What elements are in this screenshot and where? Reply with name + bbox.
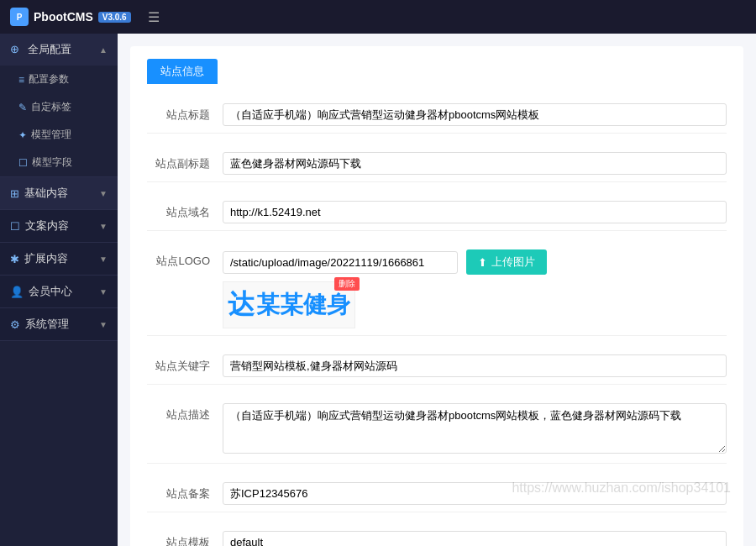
value-keywords xyxy=(223,354,727,377)
value-template xyxy=(223,531,727,546)
sidebar-item-tags[interactable]: ✎ 自定标签 xyxy=(0,93,118,121)
sidebar-tags-label: 自定标签 xyxy=(31,100,71,114)
row-site-domain: 站点域名 xyxy=(147,194,727,231)
basic-arrow: ▼ xyxy=(99,189,108,198)
sidebar-section-ext: ✱ 扩展内容 ▼ xyxy=(0,243,118,276)
sidebar-header-global[interactable]: ⊕ 全局配置 ▲ xyxy=(0,34,118,66)
value-site-logo: ⬆ 上传图片 达 某某健身 删除 xyxy=(223,249,727,328)
sidebar-ext-label: 扩展内容 xyxy=(24,251,68,266)
value-site-domain xyxy=(223,201,727,223)
sidebar-section-member: 👤 会员中心 ▼ xyxy=(0,276,118,308)
label-keywords: 站点关键字 xyxy=(147,354,223,374)
fields-icon: ☐ xyxy=(18,157,28,169)
input-logo-path[interactable] xyxy=(223,251,458,274)
sidebar-model-label: 模型管理 xyxy=(31,128,71,142)
value-site-subtitle xyxy=(223,152,727,175)
label-site-domain: 站点域名 xyxy=(147,201,223,220)
content-inner: 站点信息 站点标题 站点副标题 站点域名 xyxy=(130,46,743,546)
input-icp[interactable] xyxy=(223,482,727,505)
tab-site-info[interactable]: 站点信息 xyxy=(147,59,218,84)
sidebar-ext-header[interactable]: ✱ 扩展内容 ▼ xyxy=(0,243,118,275)
menu-icon[interactable]: ☰ xyxy=(148,9,160,25)
value-icp xyxy=(223,482,727,505)
sys-arrow: ▼ xyxy=(99,320,108,329)
member-arrow: ▼ xyxy=(99,287,108,297)
sidebar-member-header[interactable]: 👤 会员中心 ▼ xyxy=(0,276,118,307)
sidebar-fields-label: 模型字段 xyxy=(32,155,72,170)
textarea-description[interactable] xyxy=(223,403,727,454)
sidebar-config-label: 配置参数 xyxy=(29,72,69,87)
sidebar-item-model[interactable]: ✦ 模型管理 xyxy=(0,121,118,149)
sidebar-section-basic: ⊞ 基础内容 ▼ xyxy=(0,177,118,210)
tags-icon: ✎ xyxy=(18,102,27,113)
logo-char-icon: 达 xyxy=(228,286,255,323)
ext-arrow: ▼ xyxy=(99,255,108,264)
row-description: 站点描述 xyxy=(147,396,727,464)
logo: P PbootCMS V3.0.6 xyxy=(10,8,131,26)
sidebar-basic-label: 基础内容 xyxy=(24,186,68,201)
doc-arrow: ▼ xyxy=(99,222,108,231)
input-site-subtitle[interactable] xyxy=(223,152,727,175)
label-site-logo: 站点LOGO xyxy=(147,249,223,269)
doc-icon: ☐ xyxy=(10,220,20,233)
upload-btn-label: 上传图片 xyxy=(491,255,535,270)
sidebar-section-global: ⊕ 全局配置 ▲ ≡ 配置参数 ✎ 自定标签 ✦ 模型管理 ☐ 模型字段 xyxy=(0,34,118,177)
logo-preview-text: 某某健身 xyxy=(256,289,350,321)
row-template: 站点模板 xyxy=(147,524,727,546)
sidebar-item-config[interactable]: ≡ 配置参数 xyxy=(0,66,118,93)
global-arrow: ▲ xyxy=(99,45,108,55)
input-template[interactable] xyxy=(223,531,727,546)
sidebar-doc-header[interactable]: ☐ 文案内容 ▼ xyxy=(0,210,118,242)
sidebar-section-sys: ⚙ 系统管理 ▼ xyxy=(0,308,118,341)
row-site-logo: 站点LOGO ⬆ 上传图片 达 某某健身 删除 xyxy=(147,243,727,336)
global-icon: ⊕ xyxy=(10,43,19,55)
ext-icon: ✱ xyxy=(10,253,19,265)
input-site-domain[interactable] xyxy=(223,201,727,223)
row-site-subtitle: 站点副标题 xyxy=(147,145,727,182)
row-icp: 站点备案 xyxy=(147,475,727,512)
sidebar-global-label: 全局配置 xyxy=(28,43,71,55)
label-site-subtitle: 站点副标题 xyxy=(147,152,223,171)
sidebar-sys-label: 系统管理 xyxy=(25,317,69,332)
main-layout: ⊕ 全局配置 ▲ ≡ 配置参数 ✎ 自定标签 ✦ 模型管理 ☐ 模型字段 xyxy=(0,34,756,546)
sidebar-doc-label: 文案内容 xyxy=(25,218,69,234)
upload-icon: ⬆ xyxy=(478,256,487,269)
logo-row: ⬆ 上传图片 xyxy=(223,249,727,275)
input-site-title[interactable] xyxy=(223,103,727,126)
member-icon: 👤 xyxy=(10,286,24,298)
logo-text: PbootCMS xyxy=(34,10,93,24)
version-badge: V3.0.6 xyxy=(98,12,131,23)
value-site-title xyxy=(223,103,727,126)
basic-icon: ⊞ xyxy=(10,187,19,200)
sidebar-member-label: 会员中心 xyxy=(29,284,72,299)
sys-icon: ⚙ xyxy=(10,318,20,331)
sidebar-item-fields[interactable]: ☐ 模型字段 xyxy=(0,149,118,176)
row-site-title: 站点标题 xyxy=(147,97,727,134)
label-template: 站点模板 xyxy=(147,531,223,546)
label-icp: 站点备案 xyxy=(147,482,223,501)
row-keywords: 站点关键字 xyxy=(147,348,727,385)
sidebar-section-doc: ☐ 文案内容 ▼ xyxy=(0,210,118,243)
logo-icon: P xyxy=(10,8,29,26)
config-icon: ≡ xyxy=(18,74,24,86)
value-description xyxy=(223,403,727,456)
sidebar: ⊕ 全局配置 ▲ ≡ 配置参数 ✎ 自定标签 ✦ 模型管理 ☐ 模型字段 xyxy=(0,34,118,546)
sidebar-basic-header[interactable]: ⊞ 基础内容 ▼ xyxy=(0,177,118,209)
logo-delete-btn[interactable]: 删除 xyxy=(334,277,360,291)
label-description: 站点描述 xyxy=(147,403,223,423)
content-area: 站点信息 站点标题 站点副标题 站点域名 xyxy=(118,34,756,546)
topbar: P PbootCMS V3.0.6 ☰ xyxy=(0,0,756,34)
model-icon: ✦ xyxy=(18,129,27,141)
logo-preview-container: 达 某某健身 删除 xyxy=(223,281,355,328)
sidebar-sys-header[interactable]: ⚙ 系统管理 ▼ xyxy=(0,308,118,340)
upload-btn[interactable]: ⬆ 上传图片 xyxy=(466,249,547,275)
input-keywords[interactable] xyxy=(223,354,727,377)
label-site-title: 站点标题 xyxy=(147,103,223,123)
